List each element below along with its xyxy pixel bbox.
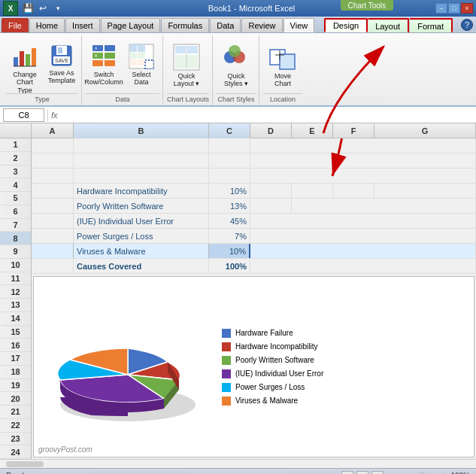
row-header-2: 2	[0, 152, 31, 166]
tab-design[interactable]: Design	[324, 18, 368, 32]
switch-row-column-btn[interactable]: A B SwitchRow/Column	[86, 41, 122, 92]
legend-color-poorly-written	[222, 356, 231, 365]
cell-b9[interactable]: Causes Covered	[74, 259, 209, 273]
col-header-b: B	[74, 123, 209, 138]
tab-layout[interactable]: Layout	[368, 18, 409, 32]
cell-a5[interactable]	[32, 199, 74, 213]
move-chart-icon	[269, 44, 296, 71]
quick-layout-btn[interactable]: QuickLayout ▾	[167, 41, 206, 92]
cell-b1[interactable]	[74, 138, 209, 153]
table-row[interactable]	[32, 169, 476, 184]
cell-c6[interactable]: 45%	[209, 214, 250, 228]
cell-c5[interactable]: 13%	[209, 199, 250, 213]
page-layout-btn[interactable]: ⊞	[356, 471, 368, 475]
select-data-btn[interactable]: SelectData	[123, 41, 159, 92]
table-row[interactable]	[32, 138, 476, 153]
move-chart-btn[interactable]: MoveChart	[263, 41, 302, 92]
legend-color-hardware-failure	[222, 329, 231, 338]
ribbon-group-chart-layouts: QuickLayout ▾ Chart Layouts	[164, 35, 213, 105]
table-row[interactable]: Poorly Written Software 13%	[32, 199, 476, 214]
tab-page-layout[interactable]: Page Layout	[101, 18, 161, 32]
svg-rect-24	[138, 59, 145, 65]
quick-styles-label: QuickStyles ▾	[224, 72, 248, 89]
row-header-6: 6	[0, 205, 31, 219]
legend-label-power-surges: Power Surges / Loss	[235, 383, 305, 391]
cell-d4[interactable]	[250, 184, 292, 198]
row-header-7: 7	[0, 219, 31, 232]
cell-a1[interactable]	[32, 138, 74, 153]
cell-b8[interactable]: Viruses & Malware	[74, 244, 209, 258]
legend-color-hw-incompatibility	[222, 342, 231, 351]
redo-qat-btn[interactable]: ▾	[51, 2, 65, 15]
svg-rect-3	[32, 48, 36, 66]
cell-e4[interactable]	[292, 184, 333, 198]
cell-b6[interactable]: (IUE) Individual User Error	[74, 214, 209, 228]
cell-c7[interactable]: 7%	[209, 229, 250, 243]
formula-divider	[47, 109, 48, 121]
cell-c9[interactable]: 100%	[209, 259, 250, 273]
change-chart-type-btn[interactable]: ChangeChart Type	[6, 41, 44, 92]
formula-bar-input[interactable]	[61, 108, 473, 122]
normal-view-btn[interactable]: ▦	[341, 471, 353, 475]
select-data-icon	[129, 44, 154, 69]
cell-c1[interactable]	[209, 138, 250, 153]
cell-c4[interactable]: 10%	[209, 184, 250, 198]
row-header-17: 17	[0, 352, 31, 366]
undo-qat-btn[interactable]: ↩	[36, 2, 50, 15]
cell-b5[interactable]: Poorly Written Software	[74, 199, 209, 213]
tab-home[interactable]: Home	[29, 18, 65, 32]
svg-rect-1	[20, 51, 24, 66]
help-btn[interactable]: ?	[461, 19, 473, 31]
tab-formulas[interactable]: Formulas	[161, 18, 209, 32]
save-template-label: Save AsTemplate	[48, 69, 76, 86]
tab-format[interactable]: Format	[410, 18, 453, 32]
table-row[interactable]: Causes Covered 100%	[32, 259, 476, 274]
row-header-19: 19	[0, 379, 31, 393]
quick-layout-label: QuickLayout ▾	[174, 72, 200, 89]
svg-rect-0	[14, 57, 18, 66]
legend-label-hw-incompatibility: Hardware Incompatibility	[235, 342, 318, 351]
tab-insert[interactable]: Insert	[65, 18, 100, 32]
row-header-4: 4	[0, 178, 31, 192]
table-row[interactable]: (IUE) Individual User Error 45%	[32, 214, 476, 229]
row-header-24: 24	[0, 445, 31, 459]
save-as-template-btn[interactable]: SAVE Save AsTemplate	[45, 41, 78, 92]
row-header-15: 15	[0, 326, 31, 339]
fx-label: fx	[51, 111, 58, 120]
cell-b7[interactable]: Power Surges / Loss	[74, 229, 209, 243]
tab-view[interactable]: View	[283, 18, 315, 32]
maximize-btn[interactable]: □	[448, 3, 460, 14]
table-row[interactable]: Hardware Incompatibility 10%	[32, 184, 476, 199]
select-data-label: SelectData	[132, 71, 150, 87]
table-row[interactable]: Power Surges / Loss 7%	[32, 229, 476, 244]
svg-rect-22	[138, 53, 145, 59]
location-group-label: Location	[263, 93, 302, 105]
row-header-14: 14	[0, 312, 31, 326]
close-btn[interactable]: ×	[461, 3, 473, 14]
name-box[interactable]	[3, 108, 44, 122]
row-header-21: 21	[0, 406, 31, 419]
svg-rect-20	[138, 44, 145, 52]
svg-rect-13	[105, 45, 115, 51]
page-break-btn[interactable]: ⊟	[371, 471, 384, 475]
cell-a4[interactable]	[32, 184, 74, 198]
tab-review[interactable]: Review	[241, 18, 282, 32]
quick-styles-btn[interactable]: QuickStyles ▾	[217, 41, 256, 92]
svg-rect-21	[129, 53, 137, 59]
tab-file[interactable]: File	[2, 18, 29, 32]
save-qat-btn[interactable]: 💾	[21, 2, 35, 15]
minimize-btn[interactable]: −	[435, 3, 447, 14]
svg-rect-23	[129, 59, 137, 65]
cell-c8[interactable]: 10%	[209, 244, 250, 258]
cell-f4[interactable]	[333, 184, 374, 198]
row-header-13: 13	[0, 299, 31, 312]
svg-rect-2	[26, 54, 30, 66]
table-row[interactable]: Viruses & Malware 10%	[32, 244, 476, 259]
cell-d5[interactable]	[250, 199, 292, 213]
table-row[interactable]	[32, 153, 476, 169]
cell-b4[interactable]: Hardware Incompatibility	[74, 184, 209, 198]
svg-text:SAVE: SAVE	[55, 58, 68, 63]
legend-label-iue: (IUE) Individual User Error	[235, 369, 323, 378]
col-header-g: G	[374, 123, 476, 138]
tab-data[interactable]: Data	[210, 18, 241, 32]
